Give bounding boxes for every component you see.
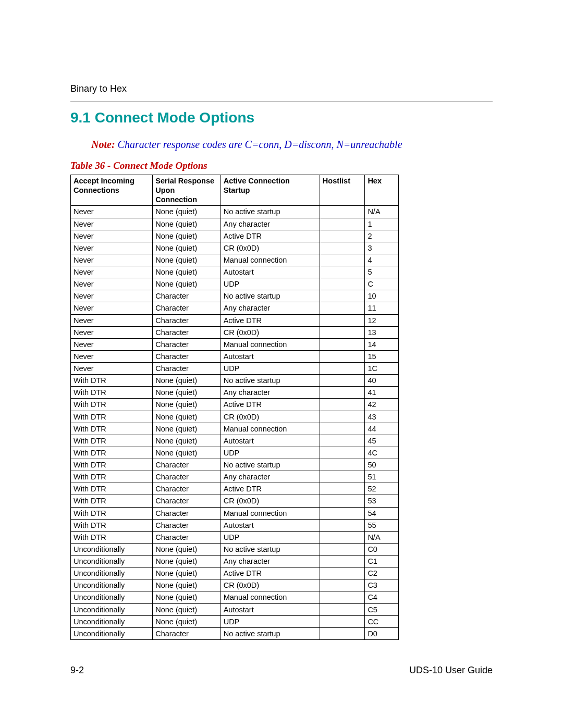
table-row: NeverNone (quiet)Active DTR2	[71, 230, 399, 242]
table-row: NeverCharacterCR (0x0D)13	[71, 326, 399, 338]
cell-startup: CR (0x0D)	[221, 326, 320, 338]
cell-accept: With DTR	[71, 459, 153, 471]
cell-hostlist	[320, 314, 365, 326]
cell-startup: CR (0x0D)	[221, 411, 320, 423]
cell-hostlist	[320, 254, 365, 266]
table-row: With DTRCharacterManual connection54	[71, 507, 399, 519]
cell-hostlist	[320, 387, 365, 399]
table-row: NeverNone (quiet)Any character1	[71, 218, 399, 230]
table-row: With DTRNone (quiet)CR (0x0D)43	[71, 411, 399, 423]
cell-hostlist	[320, 218, 365, 230]
cell-serial: None (quiet)	[153, 242, 221, 254]
table-row: NeverNone (quiet)Manual connection4	[71, 254, 399, 266]
cell-accept: With DTR	[71, 435, 153, 447]
cell-serial: None (quiet)	[153, 230, 221, 242]
table-row: UnconditionallyNone (quiet)CR (0x0D)C3	[71, 579, 399, 591]
note-label: Note:	[91, 139, 115, 150]
table-row: With DTRCharacterNo active startup50	[71, 459, 399, 471]
th-startup: Active Connection Startup	[221, 175, 320, 206]
cell-serial: None (quiet)	[153, 603, 221, 615]
cell-startup: UDP	[221, 447, 320, 459]
cell-serial: Character	[153, 531, 221, 543]
cell-hostlist	[320, 411, 365, 423]
cell-startup: Any character	[221, 556, 320, 567]
table-row: NeverCharacterUDP1C	[71, 363, 399, 375]
cell-hostlist	[320, 471, 365, 483]
cell-serial: None (quiet)	[153, 218, 221, 230]
cell-hex: C1	[365, 556, 399, 567]
cell-accept: Never	[71, 350, 153, 362]
table-row: UnconditionallyNone (quiet)No active sta…	[71, 543, 399, 555]
cell-hex: 12	[365, 314, 399, 326]
cell-serial: None (quiet)	[153, 556, 221, 567]
cell-hostlist	[320, 423, 365, 435]
table-row: With DTRNone (quiet)Manual connection44	[71, 423, 399, 435]
cell-serial: Character	[153, 326, 221, 338]
cell-serial: Character	[153, 471, 221, 483]
cell-accept: Never	[71, 206, 153, 218]
cell-hex: C2	[365, 567, 399, 579]
cell-startup: Any character	[221, 302, 320, 314]
cell-hex: CC	[365, 615, 399, 627]
cell-serial: None (quiet)	[153, 411, 221, 423]
cell-hostlist	[320, 459, 365, 471]
cell-startup: CR (0x0D)	[221, 579, 320, 591]
cell-startup: Autostart	[221, 435, 320, 447]
cell-hostlist	[320, 519, 365, 531]
section-heading: 9.1 Connect Mode Options	[70, 109, 493, 126]
cell-accept: With DTR	[71, 483, 153, 495]
cell-serial: None (quiet)	[153, 375, 221, 387]
cell-accept: With DTR	[71, 471, 153, 483]
cell-serial: None (quiet)	[153, 435, 221, 447]
cell-hostlist	[320, 350, 365, 362]
cell-hostlist	[320, 290, 365, 302]
cell-hostlist	[320, 375, 365, 387]
cell-startup: Manual connection	[221, 338, 320, 350]
cell-hostlist	[320, 591, 365, 603]
cell-accept: Never	[71, 278, 153, 290]
cell-startup: CR (0x0D)	[221, 495, 320, 507]
cell-serial: Character	[153, 483, 221, 495]
cell-hostlist	[320, 399, 365, 411]
cell-hostlist	[320, 556, 365, 567]
table-row: With DTRCharacterCR (0x0D)53	[71, 495, 399, 507]
cell-accept: With DTR	[71, 387, 153, 399]
cell-hostlist	[320, 543, 365, 555]
cell-hex: 44	[365, 423, 399, 435]
cell-hex: 43	[365, 411, 399, 423]
cell-hostlist	[320, 627, 365, 639]
cell-hex: 51	[365, 471, 399, 483]
cell-startup: UDP	[221, 363, 320, 375]
cell-hex: 1	[365, 218, 399, 230]
cell-accept: With DTR	[71, 447, 153, 459]
cell-accept: With DTR	[71, 423, 153, 435]
table-row: NeverNone (quiet)UDPC	[71, 278, 399, 290]
table-row: With DTRCharacterAny character51	[71, 471, 399, 483]
cell-accept: Never	[71, 302, 153, 314]
cell-hex: C4	[365, 591, 399, 603]
cell-hostlist	[320, 603, 365, 615]
table-body: NeverNone (quiet)No active startupN/ANev…	[71, 206, 399, 640]
cell-serial: None (quiet)	[153, 543, 221, 555]
cell-hex: 3	[365, 242, 399, 254]
cell-startup: Manual connection	[221, 254, 320, 266]
cell-startup: No active startup	[221, 290, 320, 302]
cell-hex: C5	[365, 603, 399, 615]
cell-startup: No active startup	[221, 375, 320, 387]
table-row: UnconditionallyNone (quiet)UDPCC	[71, 615, 399, 627]
cell-hostlist	[320, 483, 365, 495]
cell-startup: No active startup	[221, 627, 320, 639]
cell-startup: No active startup	[221, 543, 320, 555]
cell-accept: Never	[71, 266, 153, 278]
cell-hex: 1C	[365, 363, 399, 375]
cell-hostlist	[320, 363, 365, 375]
cell-serial: Character	[153, 290, 221, 302]
cell-hostlist	[320, 567, 365, 579]
cell-hex: C0	[365, 543, 399, 555]
table-row: With DTRCharacterActive DTR52	[71, 483, 399, 495]
cell-accept: Never	[71, 363, 153, 375]
cell-serial: None (quiet)	[153, 615, 221, 627]
cell-startup: Autostart	[221, 519, 320, 531]
table-row: NeverCharacterManual connection14	[71, 338, 399, 350]
connect-mode-options-table: Accept Incoming Connections Serial Respo…	[70, 175, 399, 640]
